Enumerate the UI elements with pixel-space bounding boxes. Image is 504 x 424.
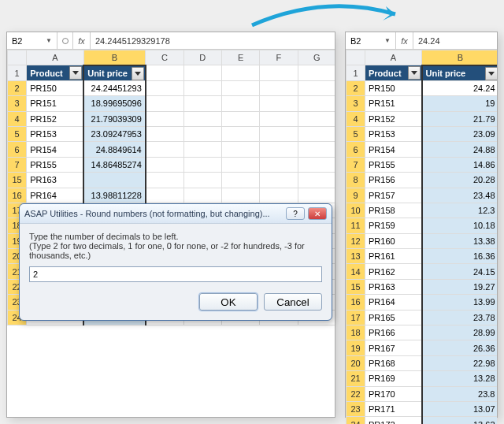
cell-unit-price[interactable]: 13.07 (422, 401, 498, 416)
cell-unit-price[interactable]: 24.88 (422, 142, 498, 157)
cell-unit-price[interactable]: 16.36 (422, 249, 498, 264)
row-header[interactable]: 7 (346, 157, 365, 172)
row-header[interactable]: 16 (346, 295, 365, 310)
cell-product[interactable]: PR155 (365, 157, 422, 172)
cell-product[interactable]: PR157 (365, 188, 422, 203)
col-header-A[interactable]: A (27, 50, 84, 65)
cell-product[interactable]: PR162 (365, 264, 422, 279)
cell-empty[interactable] (260, 126, 298, 141)
cell-unit-price[interactable]: 13.62 (422, 417, 498, 424)
cell-empty[interactable] (221, 188, 259, 203)
cell-empty[interactable] (183, 126, 221, 141)
row-header[interactable]: 13 (346, 249, 365, 264)
cell-product[interactable]: PR154 (27, 142, 84, 157)
cell-product[interactable]: PR163 (365, 279, 422, 294)
cell-product[interactable]: PR155 (27, 157, 84, 172)
cell-product[interactable]: PR170 (365, 386, 422, 401)
cell-empty[interactable] (260, 142, 298, 157)
filter-button[interactable] (132, 67, 144, 80)
name-box[interactable]: B2 ▼ (7, 32, 57, 49)
cell-empty[interactable] (183, 65, 221, 80)
row-header[interactable]: 16 (8, 188, 27, 203)
fx-button[interactable]: fx (73, 32, 91, 49)
cell-empty[interactable] (298, 173, 335, 188)
ok-button[interactable]: OK (199, 293, 258, 311)
cell-empty[interactable] (221, 96, 259, 111)
decimals-input[interactable] (29, 266, 322, 282)
cell-empty[interactable] (298, 80, 335, 95)
row-header[interactable]: 4 (8, 111, 27, 126)
cell-empty[interactable] (146, 111, 183, 126)
cell-product[interactable]: PR154 (365, 142, 422, 157)
cell-unit-price[interactable]: 24.8849614 (83, 142, 146, 157)
row-header[interactable]: 12 (346, 233, 365, 248)
cell-empty[interactable] (221, 65, 259, 80)
cell-empty[interactable] (146, 96, 183, 111)
row-header[interactable]: 7 (8, 157, 27, 172)
cell-unit-price[interactable]: 13.38 (422, 233, 498, 248)
cell-product[interactable]: PR153 (365, 126, 422, 141)
cell-unit-price[interactable]: 23.09 (422, 126, 498, 141)
cell-product[interactable]: PR168 (365, 355, 422, 370)
cell-empty[interactable] (146, 142, 183, 157)
cell-unit-price[interactable] (83, 173, 146, 188)
cell-empty[interactable] (183, 188, 221, 203)
row-header[interactable]: 5 (346, 126, 365, 141)
col-header-B[interactable]: B (422, 50, 498, 65)
cell-product[interactable]: PR161 (365, 249, 422, 264)
row-header[interactable]: 15 (8, 173, 27, 188)
row-header[interactable]: 19 (346, 340, 365, 355)
cell-empty[interactable] (221, 111, 259, 126)
table-header-product[interactable]: Product (27, 65, 84, 80)
cell-unit-price[interactable]: 10.18 (422, 218, 498, 233)
cell-unit-price[interactable]: 19.27 (422, 279, 498, 294)
cell-empty[interactable] (146, 157, 183, 172)
dialog-titlebar[interactable]: ASAP Utilities - Round numbers (not form… (20, 204, 332, 224)
cell-product[interactable]: PR156 (365, 173, 422, 188)
cell-empty[interactable] (221, 173, 259, 188)
cancel-button[interactable]: Cancel (264, 293, 322, 311)
cell-unit-price[interactable]: 13.28 (422, 371, 498, 386)
cell-empty[interactable] (260, 65, 298, 80)
select-all-corner[interactable] (8, 50, 27, 65)
help-button[interactable]: ? (286, 207, 305, 220)
row-header[interactable]: 21 (346, 371, 365, 386)
cell-product[interactable]: PR172 (365, 417, 422, 424)
cell-empty[interactable] (183, 111, 221, 126)
row-header[interactable]: 3 (8, 96, 27, 111)
row-header[interactable]: 10 (346, 203, 365, 218)
row-header[interactable]: 23 (346, 401, 365, 416)
cell-product[interactable]: PR159 (365, 218, 422, 233)
cell-empty[interactable] (298, 188, 335, 203)
table-header-unit-price[interactable]: Unit price (83, 65, 146, 80)
cell-product[interactable]: PR158 (365, 203, 422, 218)
cell-unit-price[interactable]: 23.48 (422, 188, 498, 203)
cell-unit-price[interactable]: 21.79 (422, 111, 498, 126)
cell-empty[interactable] (298, 126, 335, 141)
cell-empty[interactable] (183, 157, 221, 172)
cell-empty[interactable] (146, 188, 183, 203)
close-button[interactable]: ✕ (308, 207, 327, 220)
cell-empty[interactable] (298, 111, 335, 126)
cell-product[interactable]: PR165 (365, 310, 422, 325)
cell-empty[interactable] (221, 157, 259, 172)
cell-product[interactable]: PR164 (27, 188, 84, 203)
cell-unit-price[interactable]: 22.98 (422, 355, 498, 370)
cell-product[interactable]: PR151 (365, 96, 422, 111)
row-header[interactable]: 15 (346, 279, 365, 294)
cell-empty[interactable] (260, 173, 298, 188)
fx-button[interactable]: fx (396, 32, 413, 49)
row-header[interactable]: 11 (346, 218, 365, 233)
cell-unit-price[interactable]: 23.78 (422, 310, 498, 325)
row-header[interactable]: 1 (346, 65, 365, 80)
cell-unit-price[interactable]: 26.36 (422, 340, 498, 355)
cell-empty[interactable] (260, 96, 298, 111)
cell-empty[interactable] (183, 96, 221, 111)
cell-empty[interactable] (146, 126, 183, 141)
cell-unit-price[interactable]: 14.86 (422, 157, 498, 172)
col-header-D[interactable]: D (183, 50, 221, 65)
cell-unit-price[interactable]: 12.3 (422, 203, 498, 218)
cell-empty[interactable] (298, 157, 335, 172)
cell-empty[interactable] (183, 142, 221, 157)
cell-unit-price[interactable]: 23.8 (422, 386, 498, 401)
